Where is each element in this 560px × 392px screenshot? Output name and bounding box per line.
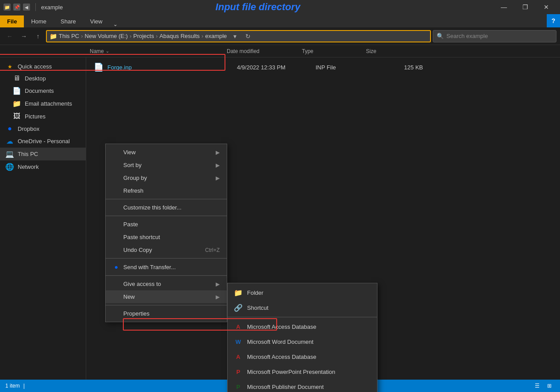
sidebar-item-documents[interactable]: 📄 Documents: [0, 84, 86, 97]
col-type[interactable]: Type: [298, 48, 362, 54]
sidebar-label-quick-access: Quick access: [18, 63, 52, 70]
access1-icon: A: [234, 322, 243, 331]
breadcrumb-projects[interactable]: Projects: [133, 33, 154, 39]
sidebar-label-dropbox: Dropbox: [18, 126, 39, 132]
ctx-refresh[interactable]: Refresh: [106, 184, 227, 197]
tab-file[interactable]: File: [0, 15, 24, 27]
ctx-new[interactable]: New ▶: [106, 290, 227, 303]
file-type: INP File: [316, 64, 380, 71]
ctx-groupby[interactable]: Group by ▶: [106, 171, 227, 184]
sidebar-item-pictures[interactable]: 🖼 Pictures: [0, 110, 86, 122]
help-button[interactable]: ?: [547, 14, 560, 27]
ctx-sortby[interactable]: Sort by ▶: [106, 159, 227, 171]
ctx-paste-shortcut[interactable]: Paste shortcut: [106, 231, 227, 244]
address-breadcrumb: This PC › New Volume (E:) › Projects › A…: [59, 33, 227, 39]
sidebar-item-desktop[interactable]: 🖥 Desktop: [0, 72, 86, 84]
column-headers: Name⌄ Date modified Type Size: [0, 45, 560, 57]
onedrive-icon: ☁: [5, 137, 14, 145]
ribbon-expand-icon[interactable]: ⌄: [113, 21, 118, 27]
app-icon: 📁: [4, 4, 11, 11]
title-bar-icons: 📁 📌 ◀: [4, 4, 30, 11]
minimize-button[interactable]: —: [494, 0, 514, 14]
list-view-button[interactable]: ☰: [532, 381, 542, 391]
ctx-properties[interactable]: Properties: [106, 307, 227, 320]
tab-home[interactable]: Home: [24, 15, 53, 27]
sep1: ›: [81, 33, 83, 39]
shortcut-icon: 🔗: [234, 303, 243, 312]
search-box[interactable]: 🔍 Search example: [433, 30, 556, 42]
window-name: example: [41, 4, 63, 11]
grid-view-button[interactable]: ⊞: [544, 381, 555, 391]
title-sep: [35, 3, 36, 11]
col-name[interactable]: Name⌄: [86, 48, 223, 54]
sub-access2[interactable]: A Microsoft Access Database: [228, 349, 377, 364]
back-quick[interactable]: ◀: [23, 4, 30, 11]
ctx-undo[interactable]: Undo Copy Ctrl+Z: [106, 244, 227, 256]
submenu-new: 📁 Folder 🔗 Shortcut A Microsoft Access D…: [227, 283, 377, 392]
close-button[interactable]: ✕: [536, 0, 556, 14]
file-icon: 📄: [93, 62, 104, 72]
ctx-view[interactable]: View ▶: [106, 146, 227, 159]
ribbon-bar: File Home Share View ⌄ ?: [0, 14, 560, 27]
breadcrumb-volume[interactable]: New Volume (E:): [85, 33, 128, 39]
forward-button[interactable]: →: [18, 30, 30, 42]
sub-folder[interactable]: 📁 Folder: [228, 285, 377, 300]
title-bar: 📁 📌 ◀ example Input file directory — ❐ ✕: [0, 0, 560, 14]
dropdown-button[interactable]: ▾: [229, 30, 241, 42]
file-date: 4/9/2022 12:33 PM: [237, 64, 312, 71]
address-folder-icon: 📁: [50, 33, 57, 40]
sub-access1[interactable]: A Microsoft Access Database: [228, 319, 377, 334]
sidebar-item-thispc[interactable]: 💻 This PC: [0, 148, 86, 160]
sidebar-item-quick-access[interactable]: ★ Quick access: [0, 61, 86, 72]
sep4: ›: [202, 33, 203, 39]
pin-icon[interactable]: 📌: [13, 4, 20, 11]
col-date[interactable]: Date modified: [223, 48, 298, 54]
ctx-give-access[interactable]: Give access to ▶: [106, 278, 227, 290]
breadcrumb-thispc[interactable]: This PC: [59, 33, 79, 39]
window-controls: — ❐ ✕: [494, 0, 556, 14]
ctx-send-transfer[interactable]: ● Send with Transfer...: [106, 260, 227, 274]
sidebar-item-network[interactable]: 🌐 Network: [0, 160, 86, 173]
maximize-button[interactable]: ❐: [515, 0, 535, 14]
up-button[interactable]: ↑: [32, 30, 44, 42]
ctx-div2: [106, 216, 227, 216]
sidebar-item-onedrive[interactable]: ☁ OneDrive - Personal: [0, 135, 86, 148]
back-button[interactable]: ←: [4, 30, 16, 42]
tab-share[interactable]: Share: [53, 15, 83, 27]
star-icon: ★: [5, 64, 14, 70]
sub-word[interactable]: W Microsoft Word Document: [228, 334, 377, 349]
address-box[interactable]: 📁 This PC › New Volume (E:) › Projects ›…: [46, 30, 431, 42]
sub-shortcut[interactable]: 🔗 Shortcut: [228, 300, 377, 315]
dropbox-ctx-icon: ●: [113, 263, 120, 270]
sidebar: ★ Quick access 🖥 Desktop 📄 Documents 📁 E…: [0, 57, 86, 392]
ppt-icon: P: [234, 367, 243, 376]
pub-icon: P: [234, 382, 243, 391]
sub-pub[interactable]: P Microsoft Publisher Document: [228, 379, 377, 392]
tab-view[interactable]: View: [83, 15, 110, 27]
ctx-paste[interactable]: Paste: [106, 218, 227, 231]
item-count: 1 item: [5, 383, 20, 389]
access2-icon: A: [234, 352, 243, 361]
col-size[interactable]: Size: [362, 48, 402, 54]
search-icon: 🔍: [437, 33, 444, 39]
file-size: 125 KB: [383, 64, 423, 71]
sidebar-label-pictures: Pictures: [25, 113, 46, 120]
ctx-div3: [106, 258, 227, 259]
pictures-icon: 🖼: [12, 112, 21, 120]
ctx-customize[interactable]: Customize this folder...: [106, 201, 227, 214]
breadcrumb-example[interactable]: example: [205, 33, 227, 39]
ctx-div5: [106, 305, 227, 305]
arrow-icon: ▶: [216, 149, 220, 156]
sub-ppt[interactable]: P Microsoft PowerPoint Presentation: [228, 364, 377, 379]
folder-icon: 📁: [234, 288, 243, 297]
breadcrumb-abaqus[interactable]: Abaqus Results: [160, 33, 200, 39]
sidebar-item-dropbox[interactable]: ● Dropbox: [0, 122, 86, 135]
sidebar-label-thispc: This PC: [18, 151, 38, 157]
file-row[interactable]: 📄 Forge.inp 4/9/2022 12:33 PM INP File 1…: [90, 61, 556, 73]
arrow-icon: ▶: [216, 175, 220, 181]
address-actions: ▾ ↻: [229, 30, 254, 42]
sep3: ›: [156, 33, 157, 39]
refresh-button[interactable]: ↻: [242, 30, 254, 42]
sidebar-item-email[interactable]: 📁 Email attachments: [0, 97, 86, 110]
arrow-icon: ▶: [216, 294, 220, 300]
